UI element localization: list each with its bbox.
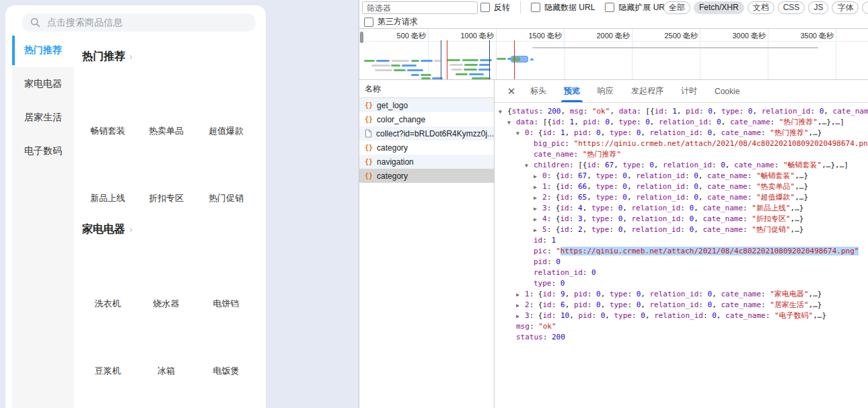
detail-tab[interactable]: 计时: [672, 80, 706, 102]
json-line: ▶1: {id: 9, pid: 0, type: 0, relation_id…: [495, 289, 868, 300]
sidebar-item[interactable]: 居家生活: [12, 101, 74, 134]
category-item[interactable]: 畅销套装: [90, 125, 125, 137]
json-token: :: [685, 193, 694, 202]
waterfall-bar: [402, 65, 417, 67]
expand-arrow-icon[interactable]: ▼: [525, 161, 534, 171]
filter-checkbox[interactable]: 隐藏扩展 URL: [605, 2, 669, 13]
network-request-row[interactable]: {}color_change: [359, 112, 494, 126]
json-token: ,…}: [795, 193, 808, 202]
json-token: ,: [725, 161, 734, 169]
json-token: "ok": [538, 322, 556, 331]
expand-arrow-icon[interactable]: ▼: [507, 118, 516, 128]
expand-arrow-icon[interactable]: ▶: [516, 300, 525, 311]
category-item[interactable]: 新品上线: [90, 192, 125, 204]
category-item[interactable]: 超值爆款: [209, 125, 244, 137]
category-item[interactable]: 电饼铛: [213, 298, 240, 310]
detail-tab[interactable]: 发起程序: [622, 80, 672, 102]
search-bar[interactable]: 点击搜索商品信息: [22, 13, 256, 32]
request-type-chip[interactable]: Img: [862, 1, 868, 14]
expand-arrow-icon[interactable]: ▶: [516, 290, 525, 300]
checkbox-icon: [364, 17, 373, 27]
expand-arrow-icon[interactable]: ▶: [534, 193, 542, 203]
network-request-row[interactable]: {}category: [359, 140, 494, 155]
expand-arrow-icon[interactable]: ▶: [516, 311, 525, 321]
category-item[interactable]: 冰箱: [157, 365, 175, 377]
json-token: 200: [548, 107, 561, 116]
json-token: ,…}: [791, 214, 804, 223]
json-token: cate_name: [707, 182, 748, 191]
json-token: relation_id: [636, 193, 685, 202]
expand-arrow-icon[interactable]: ▼: [516, 128, 525, 138]
detail-tab[interactable]: 标头: [521, 80, 555, 102]
json-token: relation_id: [663, 161, 712, 169]
json-token: :: [552, 279, 560, 288]
section-title[interactable]: 家电电器›: [82, 222, 133, 237]
category-item[interactable]: 烧水器: [153, 298, 180, 310]
filter-checkbox[interactable]: 隐藏数据 URL: [531, 2, 595, 13]
category-item[interactable]: 热卖单品: [149, 125, 184, 137]
json-token: id: [552, 118, 560, 126]
category-item[interactable]: 热门促销: [209, 192, 244, 204]
name-column-header[interactable]: 名称: [359, 80, 494, 98]
json-token: :: [739, 107, 748, 116]
json-token: type: [596, 193, 614, 202]
checkbox-label: 反转: [494, 2, 510, 13]
json-token: : [{: [534, 118, 552, 126]
timeline-overview[interactable]: 500 毫秒1000 毫秒1500 毫秒2000 毫秒2500 毫秒3000 毫…: [359, 29, 868, 80]
json-line: ▶3: {id: 10, pid: 0, type: 0, relation_i…: [495, 311, 868, 321]
expand-arrow-icon[interactable]: ▶: [534, 171, 542, 181]
detail-tab[interactable]: 预览: [555, 80, 589, 102]
json-token: status: [516, 333, 543, 341]
json-token: ,: [614, 161, 622, 169]
waterfall-bar: [364, 60, 375, 62]
filter-checkbox[interactable]: 反转: [480, 2, 510, 13]
close-icon[interactable]: ✕: [501, 85, 521, 97]
request-rows: {}get_logo{}color_changecollect?id=bRLDo…: [359, 98, 494, 183]
json-token: :: [609, 225, 618, 234]
third-party-checkbox[interactable]: 第三方请求: [364, 16, 418, 28]
category-item[interactable]: 折扣专区: [149, 192, 184, 204]
json-token: :: [712, 161, 721, 169]
sidebar-item[interactable]: 热门推荐: [12, 34, 74, 67]
network-request-row[interactable]: collect?id=bRLDot6R4Kymzz0j...: [359, 126, 494, 140]
request-type-chip[interactable]: 全部: [663, 1, 690, 14]
load-event-marker: [514, 40, 515, 79]
json-token: ,: [622, 225, 631, 234]
detail-tab[interactable]: Cookie: [706, 80, 748, 102]
request-type-chip[interactable]: CSS: [778, 1, 805, 14]
expand-arrow-icon[interactable]: ▶: [534, 225, 542, 235]
json-token: ,: [627, 193, 636, 202]
json-token: ,: [565, 290, 574, 298]
json-token: ,…}: [791, 225, 804, 234]
request-type-chip[interactable]: 文档: [748, 1, 774, 14]
json-line: relation_id: 0: [495, 268, 868, 278]
request-type-chip[interactable]: 字体: [832, 1, 859, 14]
expand-arrow-icon[interactable]: ▶: [534, 214, 542, 225]
expand-arrow-icon[interactable]: ▶: [534, 182, 542, 192]
json-token: 200: [552, 333, 565, 341]
section-title[interactable]: 热门推荐›: [82, 50, 133, 64]
network-request-row[interactable]: {}category: [359, 169, 494, 183]
expand-arrow-icon[interactable]: ▶: [534, 204, 542, 214]
json-token: ,: [627, 182, 636, 191]
network-request-row[interactable]: {}get_logo: [359, 98, 494, 112]
network-request-row[interactable]: {}navigation: [359, 155, 494, 169]
json-token: ,: [698, 171, 707, 180]
category-item[interactable]: 豆浆机: [95, 365, 121, 377]
json-token: :: [663, 107, 672, 116]
overview-drag-handle[interactable]: [360, 32, 363, 43]
category-item[interactable]: 洗衣机: [95, 298, 121, 310]
filter-input[interactable]: [362, 1, 478, 14]
sidebar-item[interactable]: 家电电器: [12, 67, 74, 101]
detail-tab[interactable]: 响应: [589, 80, 622, 102]
request-type-chip[interactable]: Fetch/XHR: [694, 1, 744, 14]
timeline-gridline: [836, 29, 836, 79]
devtools-panel: 反转隐藏数据 URL隐藏扩展 URL 全部Fetch/XHR文档CSSJS字体I…: [359, 0, 868, 408]
json-token: "电子数码": [774, 311, 813, 320]
sidebar-item[interactable]: 电子数码: [12, 134, 74, 168]
request-type-chip[interactable]: JS: [808, 1, 828, 14]
json-token: data: [619, 107, 637, 116]
category-item[interactable]: 电饭煲: [213, 365, 240, 377]
json-token: type: [618, 118, 637, 126]
expand-arrow-icon[interactable]: ▼: [499, 107, 507, 117]
